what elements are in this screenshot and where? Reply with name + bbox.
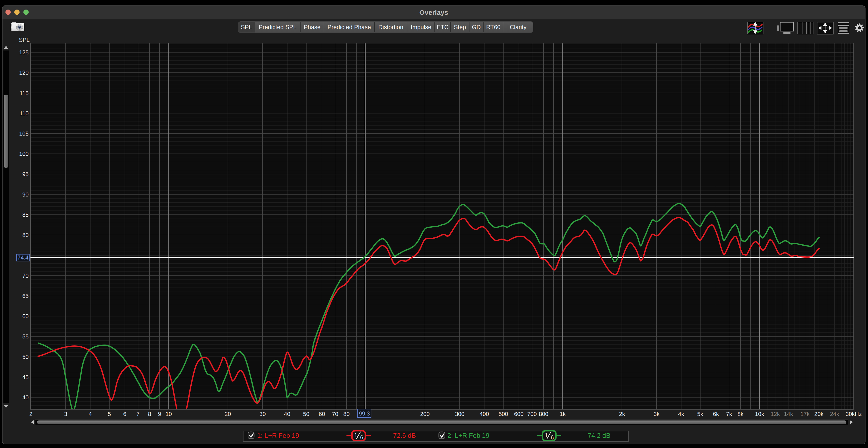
svg-text:Impulse: Impulse	[411, 24, 431, 30]
svg-text:14k: 14k	[784, 411, 793, 417]
svg-text:40: 40	[22, 394, 29, 401]
svg-text:110: 110	[20, 110, 29, 117]
svg-text:85: 85	[22, 212, 29, 218]
svg-text:30kHz: 30kHz	[846, 411, 862, 417]
svg-text:72.6 dB: 72.6 dB	[393, 432, 416, 439]
svg-text:Step: Step	[454, 24, 466, 30]
svg-text:500: 500	[499, 411, 508, 417]
svg-text:50: 50	[22, 354, 29, 360]
svg-text:10: 10	[165, 411, 172, 417]
svg-text:6: 6	[360, 435, 363, 441]
svg-text:Phase: Phase	[304, 24, 320, 30]
svg-text:24k: 24k	[830, 411, 839, 417]
svg-text:6: 6	[551, 435, 554, 441]
svg-text:4k: 4k	[678, 411, 684, 417]
svg-text:1: L+R Feb 19: 1: L+R Feb 19	[257, 432, 299, 439]
svg-text:GD: GD	[472, 24, 481, 30]
svg-text:2: L+R Feb 19: 2: L+R Feb 19	[447, 432, 490, 439]
svg-text:40: 40	[284, 411, 290, 417]
svg-text:50: 50	[303, 411, 309, 417]
svg-text:Predicted SPL: Predicted SPL	[259, 24, 297, 30]
svg-text:20k: 20k	[814, 411, 824, 417]
svg-text:Predicted Phase: Predicted Phase	[328, 24, 371, 30]
svg-text:1k: 1k	[560, 411, 566, 417]
svg-text:12k: 12k	[771, 411, 780, 417]
svg-text:800: 800	[539, 411, 548, 417]
svg-text:65: 65	[22, 293, 29, 299]
svg-text:45: 45	[22, 374, 29, 381]
svg-text:74.4: 74.4	[18, 255, 29, 261]
svg-text:60: 60	[319, 411, 325, 417]
svg-text:SPL: SPL	[241, 24, 252, 30]
svg-text:17k: 17k	[801, 411, 810, 417]
svg-text:8k: 8k	[738, 411, 744, 417]
svg-text:120: 120	[19, 69, 29, 76]
svg-text:60: 60	[22, 313, 29, 320]
svg-text:600: 600	[514, 411, 524, 417]
svg-text:5: 5	[108, 411, 111, 417]
svg-text:6: 6	[123, 411, 126, 417]
svg-text:7k: 7k	[726, 411, 732, 417]
svg-text:2k: 2k	[619, 411, 625, 417]
svg-text:3k: 3k	[654, 411, 660, 417]
svg-text:7: 7	[136, 411, 140, 417]
svg-text:80: 80	[22, 232, 29, 238]
svg-text:6k: 6k	[713, 411, 719, 417]
svg-text:SPL: SPL	[19, 37, 30, 43]
svg-text:70: 70	[22, 273, 29, 279]
svg-text:2: 2	[29, 411, 32, 417]
svg-text:95: 95	[22, 171, 29, 177]
svg-text:700: 700	[527, 411, 537, 417]
svg-text:9: 9	[158, 411, 161, 417]
svg-text:125: 125	[19, 49, 29, 56]
svg-text:3: 3	[64, 411, 67, 417]
svg-text:400: 400	[479, 411, 489, 417]
svg-text:20: 20	[225, 411, 231, 417]
svg-text:99.3: 99.3	[359, 411, 370, 417]
svg-text:30: 30	[259, 411, 266, 417]
svg-text:115: 115	[20, 90, 29, 96]
svg-text:55: 55	[22, 333, 29, 340]
svg-text:100: 100	[19, 151, 29, 157]
svg-text:Clarity: Clarity	[510, 24, 527, 30]
svg-text:4: 4	[89, 411, 92, 417]
svg-text:70: 70	[332, 411, 338, 417]
svg-text:RT60: RT60	[486, 24, 500, 30]
svg-text:ETC: ETC	[437, 24, 448, 30]
svg-text:300: 300	[455, 411, 464, 417]
svg-text:80: 80	[343, 411, 350, 417]
svg-text:200: 200	[420, 411, 430, 417]
svg-text:5k: 5k	[697, 411, 704, 417]
svg-text:Distortion: Distortion	[378, 24, 403, 30]
svg-text:90: 90	[22, 191, 29, 198]
svg-text:8: 8	[148, 411, 151, 417]
svg-text:10k: 10k	[755, 411, 764, 417]
svg-text:74.2 dB: 74.2 dB	[588, 432, 611, 439]
svg-text:105: 105	[19, 130, 29, 137]
